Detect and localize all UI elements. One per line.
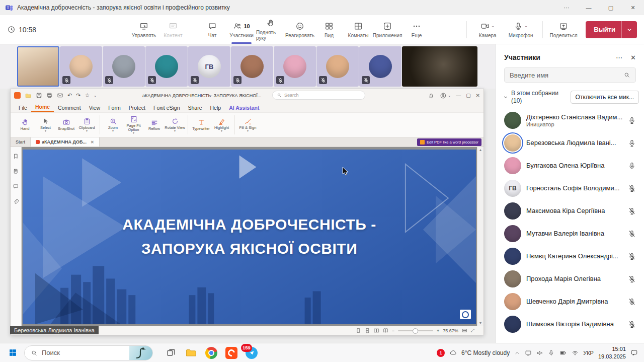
- undo-icon[interactable]: ↶: [67, 93, 72, 98]
- battery-icon[interactable]: [559, 349, 567, 356]
- participant-search-input[interactable]: [510, 71, 619, 79]
- comments-icon[interactable]: [13, 183, 19, 190]
- tool-page-fit[interactable]: Page Fit Option▾: [123, 115, 144, 134]
- scroll-up-icon[interactable]: ▲: [479, 148, 482, 152]
- foxit-menu-tab[interactable]: Form: [104, 103, 125, 112]
- tool-highlight[interactable]: Highlight▾: [211, 117, 232, 132]
- task-view-icon[interactable]: [165, 347, 177, 359]
- mic-icon[interactable]: [628, 207, 636, 215]
- participants-button[interactable]: 10 Участники: [227, 15, 256, 44]
- file-explorer-icon[interactable]: [185, 347, 197, 359]
- tab-close-icon[interactable]: ✕: [91, 140, 94, 144]
- window-more-button[interactable]: ⋯: [555, 0, 578, 15]
- mute-all-button[interactable]: Отключить все мик...: [571, 91, 639, 104]
- video-tile[interactable]: [316, 46, 359, 87]
- video-tile[interactable]: [359, 46, 401, 87]
- leave-button[interactable]: Выйти: [586, 21, 637, 38]
- video-tile[interactable]: [60, 46, 102, 87]
- fullscreen-icon[interactable]: ⤢: [471, 328, 474, 333]
- redo-icon[interactable]: ↷: [76, 93, 80, 98]
- search-highlight-image[interactable]: [129, 346, 152, 360]
- scroll-down-icon[interactable]: ▼: [479, 321, 482, 325]
- foxit-menu-tab[interactable]: Share: [184, 103, 206, 112]
- window-maximize-button[interactable]: ▢: [600, 0, 622, 15]
- mail-icon[interactable]: [57, 92, 63, 99]
- participant-row[interactable]: Прохода Марія Олегівна: [500, 267, 640, 290]
- doc-tab-current[interactable]: аКАДЕМІЧНА ДОБ... ✕: [31, 137, 100, 147]
- tool-reflow[interactable]: Reflow: [144, 118, 165, 131]
- tool-fill-sign[interactable]: Fill & Sign▾: [237, 117, 258, 132]
- video-tile[interactable]: [17, 46, 59, 87]
- language-indicator[interactable]: УКР: [583, 350, 594, 356]
- mic-icon[interactable]: [628, 275, 636, 283]
- display-icon[interactable]: [525, 349, 532, 356]
- mic-icon[interactable]: [628, 252, 636, 260]
- foxit-menu-tab[interactable]: Home: [31, 102, 54, 112]
- tray-mic-icon[interactable]: [548, 349, 554, 356]
- save-icon[interactable]: [36, 92, 42, 99]
- tool-hand[interactable]: Hand: [15, 118, 35, 131]
- foxit-search-box[interactable]: Search: [272, 91, 365, 100]
- notification-center-icon[interactable]: [630, 349, 638, 356]
- window-close-button[interactable]: ✕: [622, 0, 644, 15]
- tool-select[interactable]: Select▾: [35, 117, 56, 132]
- mic-icon[interactable]: [628, 162, 636, 170]
- zoom-out-icon[interactable]: −: [392, 328, 394, 333]
- window-minimize-button[interactable]: —: [578, 0, 600, 15]
- book-view-icon[interactable]: [383, 328, 388, 333]
- tool-snapshot[interactable]: SnapShot: [56, 118, 76, 131]
- participant-row[interactable]: ГВ Горносталь Софія Володими...: [500, 177, 640, 199]
- bookmarks-icon[interactable]: [13, 153, 19, 160]
- zoom-in-icon[interactable]: +: [437, 328, 439, 333]
- foxit-close-button[interactable]: ✕: [476, 93, 480, 98]
- foxit-taskbar-icon[interactable]: [225, 347, 237, 359]
- video-tile[interactable]: [231, 46, 273, 87]
- section-chevron-icon[interactable]: [503, 95, 508, 100]
- tool-typewriter[interactable]: Typewriter: [191, 118, 211, 131]
- camera-button[interactable]: ⌄ Камера: [471, 15, 504, 44]
- facing-view-icon[interactable]: [374, 328, 379, 333]
- telegram-icon[interactable]: 159: [246, 347, 258, 359]
- single-page-view-icon[interactable]: [356, 328, 361, 333]
- doc-tab-start[interactable]: Start: [11, 137, 31, 147]
- zoom-slider[interactable]: [398, 330, 433, 331]
- manage-button[interactable]: Управлять: [129, 15, 158, 44]
- participant-row[interactable]: Березовська Людмила Івані...: [500, 131, 640, 154]
- mic-icon[interactable]: [628, 298, 636, 306]
- start-button[interactable]: [5, 348, 20, 357]
- foxit-menu-tab[interactable]: Comment: [54, 103, 85, 112]
- mic-icon[interactable]: [628, 184, 636, 192]
- wifi-icon[interactable]: [572, 349, 579, 356]
- edit-pdf-banner[interactable]: Edit PDF like a word processor: [417, 138, 481, 146]
- foxit-menu-tab[interactable]: Help: [206, 103, 225, 112]
- favorite-star-icon[interactable]: ☆: [85, 93, 90, 98]
- foxit-menu-tab[interactable]: File: [15, 103, 31, 112]
- weather-icon[interactable]: [449, 349, 457, 356]
- clock[interactable]: 15:01 19.03.2025: [598, 345, 626, 360]
- continuous-view-icon[interactable]: [365, 328, 370, 333]
- foxit-menu-tab[interactable]: AI Assistant: [225, 103, 263, 112]
- fit-width-icon[interactable]: [462, 328, 467, 333]
- video-tile[interactable]: [145, 46, 188, 87]
- participant-row[interactable]: Максимова Кіра Сергіївна: [500, 199, 640, 222]
- foxit-menu-tab[interactable]: View: [85, 103, 105, 112]
- taskbar-search[interactable]: Поиск: [24, 345, 153, 360]
- tray-chevron-icon[interactable]: [514, 350, 520, 356]
- qat-chevron-icon[interactable]: ⌄: [94, 94, 97, 97]
- participant-row[interactable]: Шимкова Вікторія Вадимівна: [500, 313, 640, 335]
- share-button[interactable]: Поделиться: [547, 15, 580, 44]
- rooms-button[interactable]: Комнаты: [344, 15, 373, 44]
- raise-hand-button[interactable]: Поднять руку: [256, 15, 285, 44]
- bell-icon[interactable]: [428, 92, 435, 99]
- mic-icon[interactable]: [628, 139, 636, 147]
- participant-row[interactable]: Булгакова Олена Юріївна: [500, 154, 640, 177]
- panel-more-icon[interactable]: ⋯: [616, 54, 622, 61]
- react-button[interactable]: Реагировать: [285, 15, 314, 44]
- video-tile[interactable]: ГВ: [188, 46, 230, 87]
- attachments-icon[interactable]: [13, 198, 19, 205]
- open-folder-icon[interactable]: [25, 92, 32, 99]
- more-button[interactable]: Еще: [402, 15, 431, 44]
- pages-icon[interactable]: [13, 168, 19, 175]
- foxit-menu-tab[interactable]: Protect: [125, 103, 149, 112]
- document-scrollbar[interactable]: ▲ ▼: [477, 147, 484, 326]
